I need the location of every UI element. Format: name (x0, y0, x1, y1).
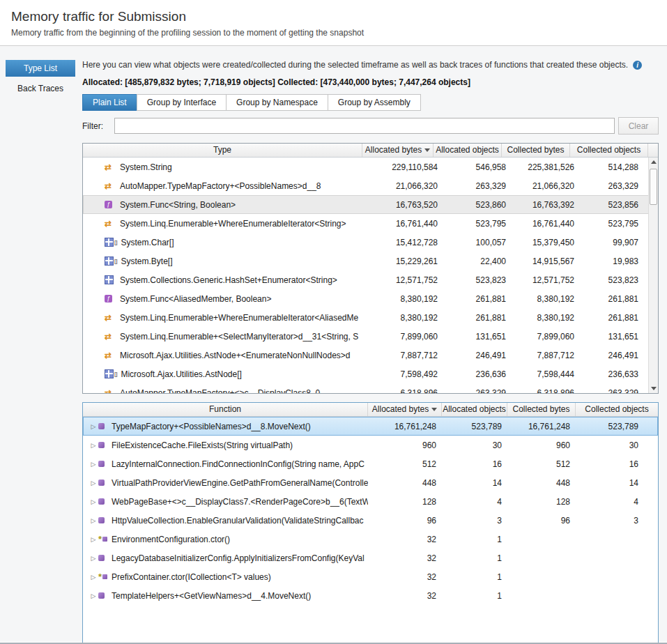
type-icon (105, 295, 116, 302)
type-icon (105, 351, 116, 360)
type-name: AutoMapper.TypeMapFactory+<>c__DisplayCl… (120, 388, 320, 394)
type-row[interactable]: System.Func<AliasedMember, Boolean> 8,38… (83, 289, 658, 308)
function-name: TypeMapFactory+<PossibleNames>d__8.MoveN… (112, 422, 311, 431)
column-header-collected-bytes[interactable]: Collected bytes (502, 144, 570, 157)
function-icon (98, 423, 108, 429)
type-row[interactable]: AutoMapper.TypeMapFactory+<PossibleNames… (83, 176, 658, 195)
type-icon (105, 388, 116, 394)
type-row[interactable]: System.Char[] 15,412,728 100,057 15,379,… (83, 233, 658, 252)
scroll-up-icon[interactable] (649, 158, 658, 167)
column-header-allocated-objects[interactable]: Allocated objects (434, 144, 502, 157)
expand-arrow-icon[interactable] (89, 423, 98, 430)
type-row[interactable]: System.Collections.Generic.HashSet+Enume… (83, 270, 658, 289)
scroll-down-icon[interactable] (649, 383, 658, 393)
function-row[interactable]: LegacyDatabaseInitializerConfig.ApplyIni… (83, 549, 658, 567)
function-row[interactable]: PrefixContainer.ctor(ICollection<T> valu… (83, 567, 658, 586)
sidebar-item-type-list[interactable]: Type List (6, 60, 75, 77)
expand-arrow-icon[interactable] (89, 442, 98, 449)
type-row[interactable]: AutoMapper.TypeMapFactory+<>c__DisplayCl… (83, 383, 658, 393)
allocated-objects-value: 523,795 (443, 219, 512, 229)
sort-desc-icon (424, 148, 430, 152)
function-name: LegacyDatabaseInitializerConfig.ApplyIni… (112, 553, 365, 563)
description-row: Here you can view what objects were crea… (82, 60, 659, 70)
expand-arrow-icon[interactable] (89, 592, 98, 599)
collected-bytes-value: 960 (507, 440, 576, 450)
function-row[interactable]: LazyInternalConnection.FindConnectionInC… (83, 454, 658, 473)
allocated-bytes-value: 7,899,060 (372, 332, 443, 342)
column-header-type[interactable]: Type (83, 144, 362, 157)
type-row[interactable]: System.String 229,110,584 546,958 225,38… (83, 158, 658, 176)
type-row[interactable]: Microsoft.Ajax.Utilities.AstNode[] 7,598… (83, 365, 658, 383)
filter-input[interactable] (114, 118, 615, 134)
function-name: TemplateHelpers+<GetViewNames>d__4.MoveN… (112, 591, 311, 601)
function-row[interactable]: TypeMapFactory+<PossibleNames>d__8.MoveN… (83, 417, 658, 436)
collected-objects-value: 236,633 (580, 369, 658, 379)
type-row[interactable]: System.Func<String, Boolean> 16,763,520 … (83, 195, 658, 214)
allocated-bytes-value: 16,761,440 (372, 219, 443, 229)
function-icon (98, 498, 108, 505)
function-row[interactable]: EnvironmentConfiguration.ctor() 32 1 (83, 530, 658, 549)
expand-arrow-icon[interactable] (89, 461, 98, 468)
function-icon (98, 517, 108, 523)
expand-arrow-icon[interactable] (89, 480, 98, 486)
expand-arrow-icon[interactable] (89, 574, 98, 581)
expand-arrow-icon[interactable] (89, 498, 98, 505)
function-row[interactable]: TemplateHelpers+<GetViewNames>d__4.MoveN… (83, 586, 658, 605)
expand-arrow-icon[interactable] (89, 517, 98, 524)
function-name: HttpValueCollection.EnableGranularValida… (112, 516, 364, 526)
column-header-collected-objects[interactable]: Collected objects (576, 403, 658, 416)
type-row[interactable]: System.Byte[] 15,229,261 22,400 14,915,5… (83, 252, 658, 270)
expand-arrow-icon[interactable] (89, 555, 98, 562)
collected-objects-value: 99,907 (580, 238, 658, 247)
type-row[interactable]: Microsoft.Ajax.Utilities.AstNode+<Enumer… (83, 346, 658, 365)
tab-group-by-namespace[interactable]: Group by Namespace (226, 94, 328, 111)
allocated-objects-value: 523,860 (443, 200, 512, 210)
column-header-function[interactable]: Function (83, 403, 368, 416)
tab-plain-list[interactable]: Plain List (82, 94, 137, 111)
filter-row: Filter: Clear (82, 117, 659, 135)
tab-group-by-assembly[interactable]: Group by Assembly (328, 94, 421, 111)
collected-objects-value: 263,329 (580, 388, 658, 394)
scrollbar-thumb[interactable] (650, 169, 657, 205)
type-name: System.Func<String, Boolean> (120, 200, 236, 210)
column-label: Allocated bytes (372, 404, 429, 414)
type-row[interactable]: System.Linq.Enumerable+WhereEnumerableIt… (83, 214, 658, 233)
allocated-bytes-value: 32 (368, 535, 442, 544)
column-label: Collected objects (585, 404, 648, 414)
column-header-collected-bytes[interactable]: Collected bytes (507, 403, 576, 416)
allocated-bytes-value: 16,763,520 (372, 200, 443, 210)
allocated-objects-value: 261,881 (443, 313, 512, 323)
column-header-allocated-objects[interactable]: Allocated objects (442, 403, 507, 416)
column-header-allocated-bytes[interactable]: Allocated bytes (362, 144, 434, 157)
sidebar-item-back-traces[interactable]: Back Traces (6, 80, 75, 97)
allocated-objects-value: 22,400 (443, 256, 512, 266)
type-icon (105, 332, 116, 342)
type-row[interactable]: System.Linq.Enumerable+<SelectManyIterat… (83, 327, 658, 346)
function-row[interactable]: FileExistenceCache.FileExists(String vir… (83, 436, 658, 454)
collected-bytes-value: 12,571,752 (512, 275, 580, 285)
sidebar: Type List Back Traces (0, 54, 82, 642)
allocated-objects-value: 263,329 (443, 181, 512, 191)
type-row[interactable]: System.Linq.Enumerable+WhereEnumerableIt… (83, 308, 658, 327)
column-label: Function (209, 404, 241, 414)
function-row[interactable]: VirtualPathProviderViewEngine.GetPathFro… (83, 473, 658, 492)
allocated-objects-value: 1 (442, 535, 507, 544)
collected-bytes-value: 96 (507, 516, 576, 526)
function-icon (98, 592, 108, 599)
collected-bytes-value: 14,915,567 (512, 256, 580, 266)
collected-bytes-value: 16,761,440 (512, 219, 580, 229)
function-row[interactable]: WebPageBase+<>c__DisplayClass7.<RenderPa… (83, 492, 658, 511)
function-table: Function Allocated bytes Allocated objec… (82, 402, 659, 644)
type-table-scrollbar[interactable] (648, 158, 658, 393)
column-header-allocated-bytes[interactable]: Allocated bytes (368, 403, 442, 416)
expand-arrow-icon[interactable] (89, 536, 98, 543)
function-row[interactable]: HttpValueCollection.EnableGranularValida… (83, 511, 658, 530)
tab-group-by-interface[interactable]: Group by Interface (137, 94, 227, 111)
allocated-objects-value: 523,823 (443, 275, 512, 285)
info-icon[interactable] (633, 61, 642, 70)
column-label: Collected bytes (507, 145, 564, 155)
column-header-collected-objects[interactable]: Collected objects (570, 144, 648, 157)
type-icon (105, 256, 117, 266)
clear-filter-button[interactable]: Clear (618, 117, 659, 135)
type-name: System.Byte[] (121, 256, 172, 266)
